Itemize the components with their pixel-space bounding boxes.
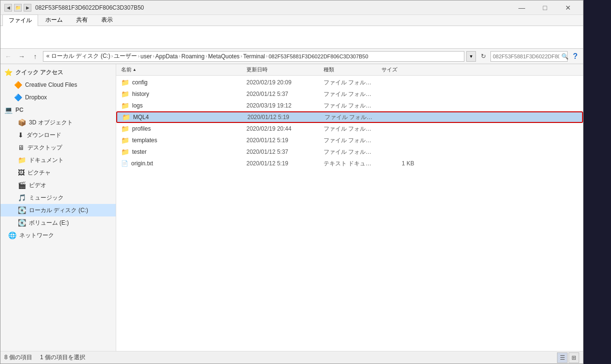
file-name-config: 📁 config <box>118 79 244 86</box>
tab-home[interactable]: ホーム <box>39 14 69 26</box>
folder-icon: 📁 <box>121 125 129 133</box>
crumb-roaming[interactable]: Roaming <box>181 53 204 60</box>
download-icon: ⬇ <box>18 131 24 139</box>
ribbon: ファイル ホーム 共有 表示 <box>0 15 583 49</box>
creative-cloud-label: Creative Cloud Files <box>25 81 77 88</box>
sidebar-item-downloads[interactable]: ⬇ ダウンロード <box>0 129 116 141</box>
crumb-user[interactable]: user <box>140 53 151 60</box>
refresh-button[interactable]: ↻ <box>478 51 489 62</box>
crumb-metaquotes[interactable]: MetaQuotes <box>208 53 239 60</box>
sidebar-item-documents[interactable]: 📁 ドキュメント <box>0 154 116 166</box>
address-bar: ← → ↑ « ローカル ディスク (C:) › ユーザー › user › A… <box>0 49 583 64</box>
breadcrumb: « ローカル ディスク (C:) › ユーザー › user › AppData… <box>46 52 368 60</box>
file-name-tester: 📁 tester <box>118 148 244 156</box>
sidebar-item-network[interactable]: 🌐 ネットワーク <box>0 229 116 242</box>
file-icon: 📄 <box>121 160 128 167</box>
crumb-folder[interactable]: 082F53F5881F3D6022DF806C3D307B50 <box>269 54 368 59</box>
status-bar: 8 個の項目 1 個の項目を選択 ☰ ⊞ <box>0 351 583 364</box>
search-box: 🔍 <box>490 51 568 62</box>
videos-icon: 🎬 <box>18 181 26 189</box>
quick-access-label: クイック アクセス <box>15 68 63 77</box>
crumb-terminal[interactable]: Terminal <box>243 53 265 60</box>
folder-icon: 📁 <box>121 148 129 156</box>
item-count: 8 個の項目 <box>4 353 32 362</box>
dropbox-icon: 🔷 <box>14 94 22 101</box>
network-label: ネットワーク <box>19 231 54 240</box>
file-name-origin: 📄 origin.txt <box>118 160 244 167</box>
tab-share[interactable]: 共有 <box>70 14 94 26</box>
sidebar-item-pictures[interactable]: 🖼 ピクチャ <box>0 166 116 179</box>
star-icon: ⭐ <box>4 68 13 76</box>
file-type-tester: ファイル フォルダー <box>321 148 379 156</box>
file-name-logs: 📁 logs <box>118 102 244 109</box>
content-area: ⭐ クイック アクセス 🔶 Creative Cloud Files 🔷 Dro… <box>0 64 583 351</box>
folder-icon: 📁 <box>121 90 129 98</box>
address-dropdown-button[interactable]: ▼ <box>466 51 476 62</box>
crumb-users[interactable]: ユーザー <box>114 52 137 60</box>
table-row-mql4[interactable]: 📁 MQL4 2020/01/12 5:19 ファイル フォルダー <box>116 111 583 123</box>
help-button[interactable]: ? <box>570 51 581 62</box>
col-header-size[interactable]: サイズ <box>379 66 417 73</box>
title-icon-back: ◀ <box>4 4 12 12</box>
local-disk-c-icon: 💽 <box>18 206 26 214</box>
file-date-mql4: 2020/01/12 5:19 <box>244 114 322 121</box>
address-path[interactable]: « ローカル ディスク (C:) › ユーザー › user › AppData… <box>43 51 464 62</box>
crumb-sep-6: › <box>241 54 242 59</box>
file-type-logs: ファイル フォルダー <box>321 102 379 110</box>
table-row[interactable]: 📁 config 2020/02/19 20:09 ファイル フォルダー <box>116 77 583 88</box>
downloads-label: ダウンロード <box>27 131 61 139</box>
search-icon[interactable]: 🔍 <box>561 53 569 60</box>
crumb-appdata[interactable]: AppData <box>155 53 178 60</box>
window-title: 082F53F5881F3D6022DF806C3D307B50 <box>35 4 511 11</box>
table-row[interactable]: 📁 logs 2020/03/19 19:12 ファイル フォルダー <box>116 100 583 111</box>
file-date-templates: 2020/01/12 5:19 <box>244 137 321 144</box>
pc-icon: 💻 <box>4 106 13 114</box>
tab-view[interactable]: 表示 <box>95 14 119 26</box>
nav-up-button[interactable]: ↑ <box>29 51 41 62</box>
minimize-button[interactable]: — <box>511 0 533 15</box>
file-type-profiles: ファイル フォルダー <box>321 125 379 133</box>
close-button[interactable]: ✕ <box>557 0 579 15</box>
col-header-date[interactable]: 更新日時 <box>244 66 321 73</box>
col-header-type[interactable]: 種類 <box>321 66 379 73</box>
col-header-name[interactable]: 名前 <box>118 66 244 73</box>
3d-icon: 📦 <box>18 119 26 126</box>
sidebar-item-3d-objects[interactable]: 📦 3D オブジェクト <box>0 116 116 129</box>
sidebar-item-local-disk-c[interactable]: 💽 ローカル ディスク (C:) <box>0 204 116 216</box>
file-size-origin: 1 KB <box>379 160 417 167</box>
sidebar-item-videos[interactable]: 🎬 ビデオ <box>0 179 116 191</box>
chart-background <box>582 0 611 364</box>
ribbon-tabs: ファイル ホーム 共有 表示 <box>0 15 583 26</box>
sidebar-item-music[interactable]: 🎵 ミュージック <box>0 191 116 204</box>
table-row[interactable]: 📁 profiles 2020/02/19 20:44 ファイル フォルダー <box>116 123 583 135</box>
tab-file[interactable]: ファイル <box>2 14 38 26</box>
table-row[interactable]: 📄 origin.txt 2020/01/12 5:19 テキスト ドキュメント… <box>116 158 583 169</box>
sidebar-item-desktop[interactable]: 🖥 デスクトップ <box>0 141 116 154</box>
table-row[interactable]: 📁 tester 2020/01/12 5:37 ファイル フォルダー <box>116 146 583 158</box>
crumb-sep-5: › <box>205 54 207 59</box>
nav-back-button[interactable]: ← <box>2 51 14 62</box>
file-name-profiles: 📁 profiles <box>118 125 244 133</box>
pictures-label: ピクチャ <box>27 169 51 177</box>
table-row[interactable]: 📁 templates 2020/01/12 5:19 ファイル フォルダー <box>116 135 583 146</box>
file-type-history: ファイル フォルダー <box>321 90 379 98</box>
view-details-button[interactable]: ⊞ <box>569 352 579 363</box>
desktop-icon: 🖥 <box>18 144 25 151</box>
file-type-origin: テキスト ドキュメント <box>321 160 379 168</box>
selected-count: 1 個の項目を選択 <box>40 353 85 362</box>
folder-icon: 📁 <box>121 79 129 86</box>
dropbox-label: Dropbox <box>25 94 47 101</box>
file-name-history: 📁 history <box>118 90 244 98</box>
view-list-button[interactable]: ☰ <box>557 352 568 363</box>
window-controls: — □ ✕ <box>511 0 579 15</box>
table-row[interactable]: 📁 history 2020/01/12 5:37 ファイル フォルダー <box>116 88 583 100</box>
maximize-button[interactable]: □ <box>534 0 556 15</box>
sidebar-item-dropbox[interactable]: 🔷 Dropbox <box>0 91 116 104</box>
crumb-local-disk[interactable]: « ローカル ディスク (C:) <box>46 52 110 60</box>
sidebar-item-creative-cloud[interactable]: 🔶 Creative Cloud Files <box>0 79 116 91</box>
sidebar-item-volume-e[interactable]: 💽 ボリューム (E:) <box>0 216 116 229</box>
nav-forward-button[interactable]: → <box>16 51 27 62</box>
documents-icon: 📁 <box>18 156 26 164</box>
view-buttons: ☰ ⊞ <box>557 352 579 363</box>
search-input[interactable] <box>493 54 559 59</box>
